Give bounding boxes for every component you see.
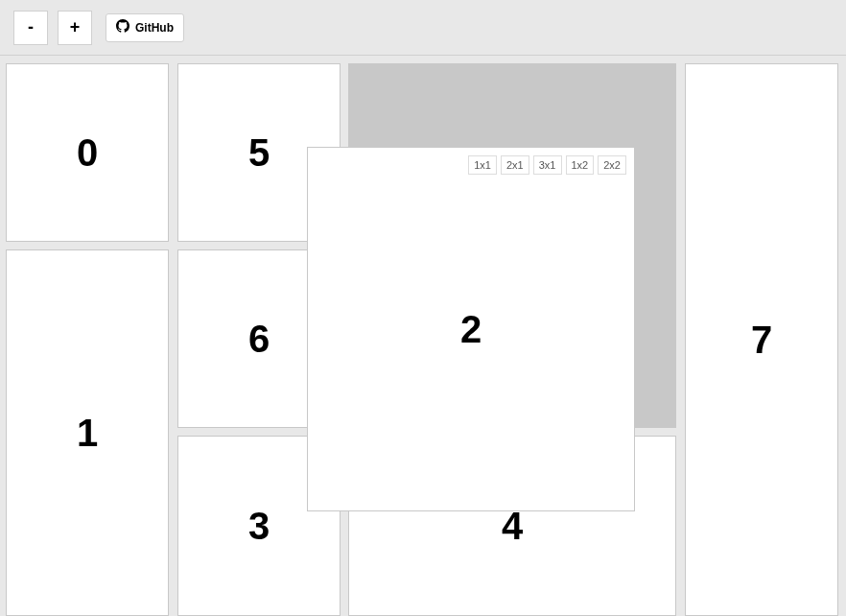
size-option-2x1[interactable]: 2x1: [501, 155, 529, 175]
cell-label: 6: [248, 318, 270, 361]
cell-label: 1: [77, 412, 98, 455]
cell-label: 0: [77, 131, 98, 175]
github-icon: [116, 19, 129, 36]
cell-label: 5: [248, 131, 270, 175]
size-option-2x2[interactable]: 2x2: [598, 155, 626, 175]
github-button[interactable]: GitHub: [106, 13, 184, 42]
plus-button[interactable]: +: [58, 11, 92, 45]
grid-area: 0 1 5 6 3 4 7 1x1 2x1 3x1 1x2 2x2 2: [0, 56, 846, 616]
cell-label: 7: [751, 319, 772, 362]
cell-label: 2: [460, 308, 482, 351]
grid-cell-7[interactable]: 7: [685, 63, 838, 616]
size-option-1x2[interactable]: 1x2: [566, 155, 595, 175]
size-option-1x1[interactable]: 1x1: [468, 155, 497, 175]
size-options: 1x1 2x1 3x1 1x2 2x2: [468, 155, 626, 175]
size-option-3x1[interactable]: 3x1: [533, 155, 562, 175]
minus-button[interactable]: -: [13, 11, 48, 45]
github-label: GitHub: [135, 21, 174, 35]
grid-cell-0[interactable]: 0: [6, 63, 169, 242]
grid-cell-1[interactable]: 1: [6, 249, 169, 616]
grid-cell-2-dragging[interactable]: 1x1 2x1 3x1 1x2 2x2 2: [307, 147, 635, 511]
cell-label: 3: [248, 505, 270, 548]
toolbar: - + GitHub: [0, 0, 846, 56]
